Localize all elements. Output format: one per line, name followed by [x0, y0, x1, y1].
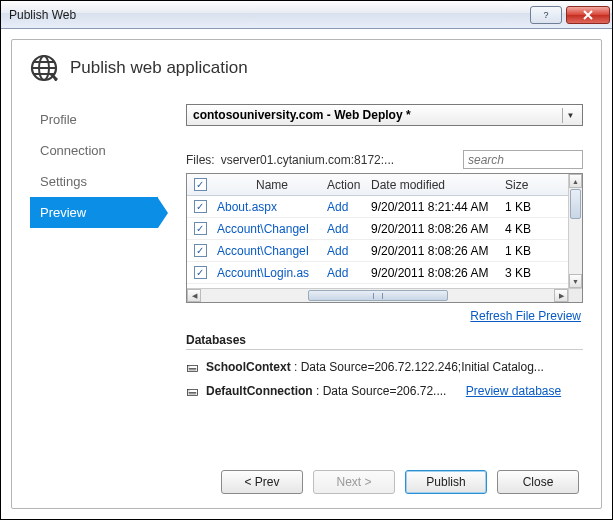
- row-checkbox[interactable]: ✓: [194, 222, 207, 235]
- profile-dropdown-value: contosouniversity.com - Web Deploy *: [193, 108, 411, 122]
- col-header-date[interactable]: Date modified: [371, 178, 505, 192]
- scroll-up-icon[interactable]: ▲: [569, 174, 582, 188]
- horizontal-scrollbar[interactable]: ◀ ▶: [187, 288, 568, 302]
- file-grid: ✓ Name Action Date modified Size ✓ About…: [186, 173, 583, 303]
- cell-size: 1 KB: [505, 244, 545, 258]
- close-button[interactable]: Close: [497, 470, 579, 494]
- cell-name: Account\ChangeI: [213, 222, 327, 236]
- cell-action: Add: [327, 266, 371, 280]
- step-preview[interactable]: Preview: [30, 197, 158, 228]
- wizard-steps: Profile Connection Settings Preview: [30, 104, 158, 460]
- titlebar: Publish Web ?: [1, 1, 612, 29]
- page-title: Publish web application: [70, 58, 248, 78]
- scroll-down-icon[interactable]: ▼: [569, 274, 582, 288]
- close-window-button[interactable]: [566, 6, 610, 24]
- help-button[interactable]: ?: [530, 6, 562, 24]
- cell-name: Account\ChangeI: [213, 244, 327, 258]
- scroll-thumb[interactable]: [308, 290, 448, 301]
- grid-row[interactable]: ✓ Account\ChangeI Add 9/20/2011 8:08:26 …: [187, 218, 568, 240]
- grid-row[interactable]: ✓ Account\Login.as Add 9/20/2011 8:08:26…: [187, 262, 568, 284]
- cell-date: 9/20/2011 8:08:26 AM: [371, 266, 505, 280]
- cell-name: About.aspx: [213, 200, 327, 214]
- cell-name: Account\Login.as: [213, 266, 327, 280]
- cell-action: Add: [327, 244, 371, 258]
- cell-date: 9/20/2011 8:21:44 AM: [371, 200, 505, 214]
- step-settings[interactable]: Settings: [30, 166, 158, 197]
- search-input[interactable]: [463, 150, 583, 169]
- next-button: Next >: [313, 470, 395, 494]
- chevron-down-icon: ▼: [562, 108, 578, 123]
- db-name: SchoolContext: [206, 360, 291, 374]
- database-row: 🖴 SchoolContext : Data Source=206.72.122…: [186, 360, 583, 374]
- scroll-left-icon[interactable]: ◀: [187, 289, 201, 302]
- db-conn: Data Source=206.72....: [323, 384, 447, 398]
- cell-date: 9/20/2011 8:08:26 AM: [371, 244, 505, 258]
- cell-action: Add: [327, 222, 371, 236]
- col-header-size[interactable]: Size: [505, 178, 545, 192]
- row-checkbox[interactable]: ✓: [194, 244, 207, 257]
- databases-heading: Databases: [186, 333, 583, 350]
- cell-size: 4 KB: [505, 222, 545, 236]
- publish-button[interactable]: Publish: [405, 470, 487, 494]
- window-title: Publish Web: [9, 8, 76, 22]
- cell-action: Add: [327, 200, 371, 214]
- db-conn: Data Source=206.72.122.246;Initial Catal…: [301, 360, 544, 374]
- database-icon: 🖴: [186, 360, 198, 374]
- db-name: DefaultConnection: [206, 384, 313, 398]
- preview-database-link[interactable]: Preview database: [466, 384, 561, 398]
- cell-date: 9/20/2011 8:08:26 AM: [371, 222, 505, 236]
- refresh-file-preview-link[interactable]: Refresh File Preview: [470, 309, 581, 323]
- grid-row[interactable]: ✓ Account\ChangeI Add 9/20/2011 8:08:26 …: [187, 240, 568, 262]
- col-header-name[interactable]: Name: [213, 178, 327, 192]
- grid-header: ✓ Name Action Date modified Size: [187, 174, 568, 196]
- step-profile[interactable]: Profile: [30, 104, 158, 135]
- select-all-checkbox[interactable]: ✓: [194, 178, 207, 191]
- scroll-corner: [568, 288, 582, 302]
- database-row: 🖴 DefaultConnection : Data Source=206.72…: [186, 384, 583, 398]
- database-icon: 🖴: [186, 384, 198, 398]
- row-checkbox[interactable]: ✓: [194, 266, 207, 279]
- cell-size: 1 KB: [505, 200, 545, 214]
- grid-row[interactable]: ✓ About.aspx Add 9/20/2011 8:21:44 AM 1 …: [187, 196, 568, 218]
- cell-size: 3 KB: [505, 266, 545, 280]
- col-header-action[interactable]: Action: [327, 178, 371, 192]
- prev-button[interactable]: < Prev: [221, 470, 303, 494]
- footer-buttons: < Prev Next > Publish Close: [30, 460, 583, 496]
- vertical-scrollbar[interactable]: ▲ ▼: [568, 174, 582, 288]
- files-url: vserver01.cytanium.com:8172:...: [221, 153, 457, 167]
- scroll-right-icon[interactable]: ▶: [554, 289, 568, 302]
- step-connection[interactable]: Connection: [30, 135, 158, 166]
- profile-dropdown[interactable]: contosouniversity.com - Web Deploy * ▼: [186, 104, 583, 126]
- scroll-thumb[interactable]: [570, 189, 581, 219]
- row-checkbox[interactable]: ✓: [194, 200, 207, 213]
- globe-icon: [30, 54, 58, 82]
- svg-text:?: ?: [543, 10, 548, 20]
- files-label: Files:: [186, 153, 215, 167]
